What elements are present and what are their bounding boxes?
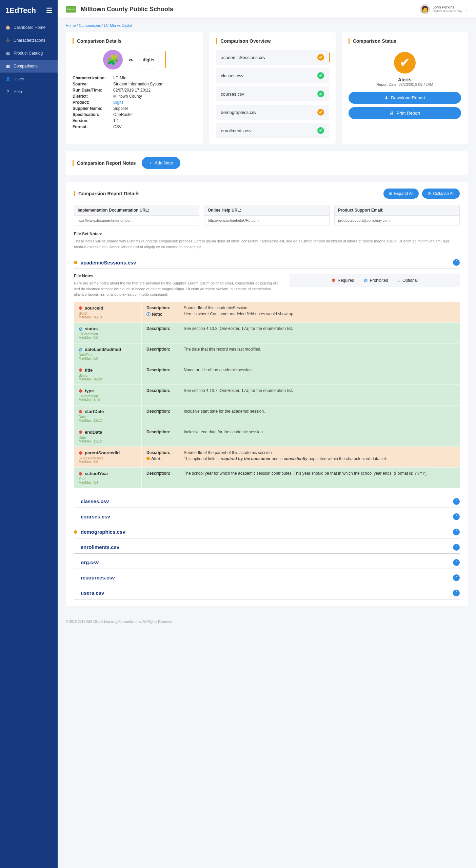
file-section-name: enrollments.csv: [81, 544, 450, 550]
file-section-enrollments-csv[interactable]: enrollments.csv ˅: [74, 541, 460, 554]
field-desc: The school year for which the academic s…: [179, 468, 460, 488]
nav-icon: 🏠: [5, 25, 10, 30]
user-name: John Perkins: [433, 5, 462, 9]
prohibited-icon: ⊘: [364, 278, 368, 283]
sidebar-item-characterizations[interactable]: ➕Characterizations: [0, 34, 58, 47]
field-minmax: Min/Max: 12/12: [79, 419, 137, 422]
field-desc: Inclusive start date for the academic se…: [179, 406, 460, 426]
field-row: ✱title String Min/Max: 10/28 Description…: [74, 364, 460, 384]
field-symbol-icon: ✱: [79, 450, 83, 456]
file-section-classes-csv[interactable]: classes.csv ˅: [74, 495, 460, 508]
nav-icon: 👤: [5, 77, 10, 81]
required-icon: ✱: [332, 278, 336, 283]
field-name: schoolYear: [85, 471, 108, 476]
print-report-button[interactable]: 🖨Print Report: [349, 107, 461, 119]
collapse-all-button[interactable]: ⊖Collapse All: [422, 189, 460, 199]
file-section-courses-csv[interactable]: courses.csv ˅: [74, 511, 460, 523]
expand-all-button[interactable]: ⊕Expand All: [383, 189, 419, 199]
field-type: String: [79, 374, 137, 377]
field-desc: SourcedId of this academicSession.Here i…: [179, 302, 460, 322]
check-icon: ✔: [317, 91, 324, 97]
download-icon: ⬇: [384, 95, 388, 100]
field-desc: The date that this record was last modif…: [179, 343, 460, 364]
sidebar-item-help[interactable]: ?Help: [0, 85, 58, 98]
sidebar-item-product-catalog[interactable]: ▦Product Catalog: [0, 47, 58, 60]
user-menu[interactable]: 🧑 John Perkins District Resource Guy ⌄: [420, 4, 468, 14]
field-row: ⊘status Enumeration Min/Max: 0/0 Descrip…: [74, 322, 460, 343]
overview-item-name: enrollments.csv: [221, 128, 251, 133]
overview-item[interactable]: enrollments.csv✔: [216, 123, 329, 138]
breadcrumb-comparisons[interactable]: Comparisons: [79, 23, 101, 27]
sidebar-item-label: Dashboard Home: [14, 25, 45, 30]
card-comparison-status: Comparison Status ✔ Alerts Report Date: …: [342, 32, 468, 144]
alert-dot-icon: [74, 530, 77, 534]
field-type: DateTime: [79, 353, 137, 357]
field-name: parentSourcedId: [85, 450, 120, 455]
hamburger-icon[interactable]: ☰: [46, 6, 52, 15]
field-minmax: Min/Max: 0/0: [79, 336, 137, 340]
file-section-org-csv[interactable]: org.csv ˅: [74, 556, 460, 569]
sidebar-item-dashboard-home[interactable]: 🏠Dashboard Home: [0, 21, 58, 34]
field-symbol-icon: ✱: [79, 305, 83, 311]
check-icon: ✔: [317, 127, 324, 134]
content: Home / Comparisons / LC-Min vs Digital C…: [58, 19, 476, 637]
field-row: ✱type Enumeration Min/Max: 8/14 Descript…: [74, 384, 460, 405]
check-icon: ✔: [317, 72, 324, 79]
info-icon: ⓘ: [146, 312, 151, 317]
field-minmax: Min/Max: 10/28: [79, 377, 137, 381]
field-minmax: Min/Max: 4/4: [79, 481, 137, 485]
download-report-button[interactable]: ⬇Download Report: [349, 92, 461, 104]
main: Schools Milltown County Public Schools 🧑…: [58, 0, 476, 868]
help-url-box: Online Help URL: http://www.onlinehelpUR…: [204, 205, 330, 225]
field-row: ✱parentSourcedId GUID Reference Min/Max:…: [74, 447, 460, 467]
field-row: ✱startDate Date Min/Max: 12/12 Descripti…: [74, 405, 460, 426]
support-email-box: Product Support Email: productsupport@co…: [334, 205, 460, 225]
status-check-icon: ✔: [394, 52, 416, 74]
school-logo-icon: Schools: [66, 6, 76, 13]
card-title: Comparison Details: [73, 38, 196, 44]
sidebar-item-label: Comparisons: [14, 64, 38, 68]
chevron-down-icon: ˅: [453, 590, 460, 596]
file-section-users-csv[interactable]: users.csv ˅: [74, 587, 460, 599]
chevron-down-icon: ˅: [453, 513, 460, 520]
brand-text: 1EdTech: [5, 6, 36, 15]
field-symbol-icon: ✱: [79, 368, 83, 373]
card-title: Comparsion Report Notes: [73, 160, 136, 166]
overview-item[interactable]: classes.csv✔: [216, 68, 329, 83]
field-name: title: [85, 368, 93, 373]
overview-item[interactable]: academicSessions.csv✔: [216, 50, 329, 65]
sidebar-item-comparisons[interactable]: ▦Comparisons: [0, 60, 58, 73]
field-desc: See section 4.13.8 [OneRoster, 17a] for …: [179, 323, 460, 343]
field-name: startDate: [85, 409, 104, 414]
product-link[interactable]: Digits: [113, 100, 123, 105]
add-note-button[interactable]: +Add Note: [142, 157, 180, 169]
avatar: 🧑: [420, 4, 430, 14]
field-row: ✱schoolYear Year Min/Max: 4/4 Descriptio…: [74, 467, 460, 488]
file-section-resources-csv[interactable]: resources.csv ˅: [74, 572, 460, 584]
status-bar-icon: [165, 51, 166, 68]
overview-item[interactable]: demographics.csv✔: [216, 105, 329, 120]
overview-item[interactable]: courses.csv✔: [216, 86, 329, 101]
breadcrumb-current: LC-Min vs Digital: [104, 23, 132, 27]
field-type: GUID: [79, 312, 137, 315]
sidebar-item-users[interactable]: 👤Users: [0, 73, 58, 85]
file-section-name: demographics.csv: [81, 529, 450, 535]
field-desc-label: Description:: [142, 385, 179, 405]
nav-icon: ?: [5, 90, 10, 94]
file-set-notes-text: These notes will be shared with District…: [74, 238, 460, 250]
field-name: status: [85, 326, 98, 331]
file-section-demographics-csv[interactable]: demographics.csv ˅: [74, 526, 460, 538]
optional-icon: ○: [398, 278, 400, 283]
collapse-icon: ⊖: [428, 191, 431, 196]
chevron-down-icon: ˅: [453, 544, 460, 551]
file-section-academic-sessions[interactable]: academicSessions.csv ˄: [74, 256, 460, 269]
field-desc: Inclusive end date for the academic sess…: [179, 426, 460, 447]
file-section-name: users.csv: [81, 590, 450, 596]
org-name: Milltown County Public Schools: [81, 6, 173, 13]
overview-item-name: academicSessions.csv: [221, 55, 265, 60]
sidebar-item-label: Users: [14, 77, 24, 81]
card-title: Comparison Overview: [216, 38, 329, 44]
breadcrumb-home[interactable]: Home: [66, 23, 76, 27]
field-desc-label: Description:: [142, 406, 179, 426]
field-type: Date: [79, 415, 137, 419]
